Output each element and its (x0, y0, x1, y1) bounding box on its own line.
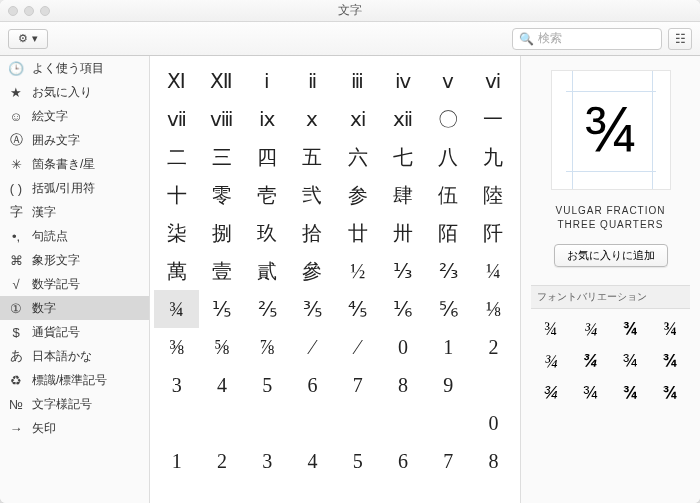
grid-cell[interactable] (199, 404, 244, 442)
grid-cell[interactable]: 廿 (335, 214, 380, 252)
grid-cell[interactable]: ⅺ (335, 100, 380, 138)
character-grid[interactable]: ⅪⅫⅰⅱⅲⅳⅴⅵⅶⅷⅸⅹⅺⅻ〇一二三四五六七八九十零壱弐参肆伍陸柒捌玖拾廿卅陌阡… (150, 56, 520, 503)
sidebar-item[interactable]: $通貨記号 (0, 320, 149, 344)
grid-cell[interactable]: 3 (245, 442, 290, 480)
grid-cell[interactable]: 弐 (290, 176, 335, 214)
grid-cell[interactable]: 六 (335, 138, 380, 176)
sidebar-item[interactable]: •,句読点 (0, 224, 149, 248)
grid-cell[interactable]: ⅜ (154, 328, 199, 366)
grid-cell[interactable]: 陌 (426, 214, 471, 252)
grid-cell[interactable]: ⅓ (380, 252, 425, 290)
grid-cell[interactable]: ⅸ (245, 100, 290, 138)
grid-cell[interactable]: 貳 (245, 252, 290, 290)
grid-cell[interactable]: 6 (290, 366, 335, 404)
grid-cell[interactable] (290, 404, 335, 442)
grid-cell[interactable]: 1 (426, 328, 471, 366)
grid-cell[interactable]: ⅛ (471, 290, 516, 328)
grid-cell[interactable]: ⅝ (199, 328, 244, 366)
grid-cell[interactable] (426, 404, 471, 442)
grid-cell[interactable]: 9 (426, 366, 471, 404)
grid-cell[interactable]: ⅳ (380, 62, 425, 100)
grid-cell[interactable]: 1 (154, 442, 199, 480)
variation-cell[interactable]: ¾ (571, 345, 611, 377)
grid-cell[interactable]: 5 (245, 366, 290, 404)
grid-cell[interactable] (154, 404, 199, 442)
grid-cell[interactable]: 捌 (199, 214, 244, 252)
grid-cell[interactable]: 八 (426, 138, 471, 176)
sidebar-item[interactable]: √数学記号 (0, 272, 149, 296)
grid-cell[interactable]: 0 (471, 404, 516, 442)
variation-cell[interactable]: ¾ (611, 345, 651, 377)
sidebar-item[interactable]: あ日本語かな (0, 344, 149, 368)
variation-cell[interactable]: ¾ (571, 313, 611, 345)
grid-cell[interactable]: ⅴ (426, 62, 471, 100)
variation-cell[interactable]: ¾ (571, 377, 611, 409)
grid-cell[interactable]: ⅻ (380, 100, 425, 138)
grid-cell[interactable]: 十 (154, 176, 199, 214)
grid-cell[interactable]: 拾 (290, 214, 335, 252)
grid-cell[interactable]: ⅔ (426, 252, 471, 290)
search-input[interactable]: 🔍 検索 (512, 28, 662, 50)
grid-cell[interactable]: ⅹ (290, 100, 335, 138)
grid-cell[interactable]: 7 (335, 366, 380, 404)
grid-cell[interactable]: 8 (380, 366, 425, 404)
grid-cell[interactable]: ⅲ (335, 62, 380, 100)
grid-cell[interactable]: 參 (290, 252, 335, 290)
sidebar-item[interactable]: 字漢字 (0, 200, 149, 224)
grid-cell[interactable]: 萬 (154, 252, 199, 290)
grid-cell[interactable]: ¾ (154, 290, 199, 328)
variation-cell[interactable]: ¾ (611, 377, 651, 409)
variation-cell[interactable]: ¾ (611, 313, 651, 345)
grid-cell[interactable]: ⅕ (199, 290, 244, 328)
grid-cell[interactable]: 肆 (380, 176, 425, 214)
grid-cell[interactable]: 0 (380, 328, 425, 366)
variation-cell[interactable]: ¾ (650, 345, 690, 377)
grid-cell[interactable]: 参 (335, 176, 380, 214)
variation-cell[interactable]: ¾ (650, 377, 690, 409)
grid-cell[interactable]: 玖 (245, 214, 290, 252)
grid-cell[interactable]: 零 (199, 176, 244, 214)
grid-cell[interactable]: 一 (471, 100, 516, 138)
variation-cell[interactable]: ¾ (650, 313, 690, 345)
grid-cell[interactable]: 二 (154, 138, 199, 176)
grid-cell[interactable] (471, 366, 516, 404)
sidebar-item[interactable]: ①数字 (0, 296, 149, 320)
grid-cell[interactable]: 6 (380, 442, 425, 480)
grid-cell[interactable]: 三 (199, 138, 244, 176)
sidebar-item[interactable]: ♻標識/標準記号 (0, 368, 149, 392)
variation-cell[interactable]: ¾ (531, 377, 571, 409)
grid-cell[interactable]: ⅶ (154, 100, 199, 138)
variation-cell[interactable]: ¾ (531, 345, 571, 377)
grid-cell[interactable]: 〇 (426, 100, 471, 138)
grid-cell[interactable] (245, 404, 290, 442)
grid-cell[interactable]: 2 (471, 328, 516, 366)
sidebar-item[interactable]: 🕒よく使う項目 (0, 56, 149, 80)
grid-cell[interactable]: ⅗ (290, 290, 335, 328)
grid-cell[interactable]: 四 (245, 138, 290, 176)
grid-cell[interactable]: 卅 (380, 214, 425, 252)
grid-cell[interactable]: 4 (199, 366, 244, 404)
grid-cell[interactable]: ⅱ (290, 62, 335, 100)
grid-cell[interactable] (335, 404, 380, 442)
sidebar-item[interactable]: ⌘象形文字 (0, 248, 149, 272)
add-favorite-button[interactable]: お気に入りに追加 (554, 244, 668, 267)
grid-cell[interactable]: ⅙ (380, 290, 425, 328)
grid-cell[interactable]: 7 (426, 442, 471, 480)
grid-cell[interactable]: ⁄ (335, 328, 380, 366)
grid-cell[interactable]: 5 (335, 442, 380, 480)
grid-cell[interactable]: ⁄ (290, 328, 335, 366)
view-toggle-button[interactable]: ☷ (668, 28, 692, 50)
grid-cell[interactable]: ¼ (471, 252, 516, 290)
grid-cell[interactable]: 柒 (154, 214, 199, 252)
sidebar-item[interactable]: №文字様記号 (0, 392, 149, 416)
grid-cell[interactable]: 3 (154, 366, 199, 404)
sidebar-item[interactable]: ( )括弧/引用符 (0, 176, 149, 200)
grid-cell[interactable]: 壹 (199, 252, 244, 290)
sidebar-item[interactable]: ☺絵文字 (0, 104, 149, 128)
grid-cell[interactable]: 陸 (471, 176, 516, 214)
grid-cell[interactable]: Ⅻ (199, 62, 244, 100)
action-menu-button[interactable]: ⚙ ▾ (8, 29, 48, 49)
grid-cell[interactable]: ⅘ (335, 290, 380, 328)
variation-cell[interactable]: ¾ (531, 313, 571, 345)
grid-cell[interactable]: ⅚ (426, 290, 471, 328)
